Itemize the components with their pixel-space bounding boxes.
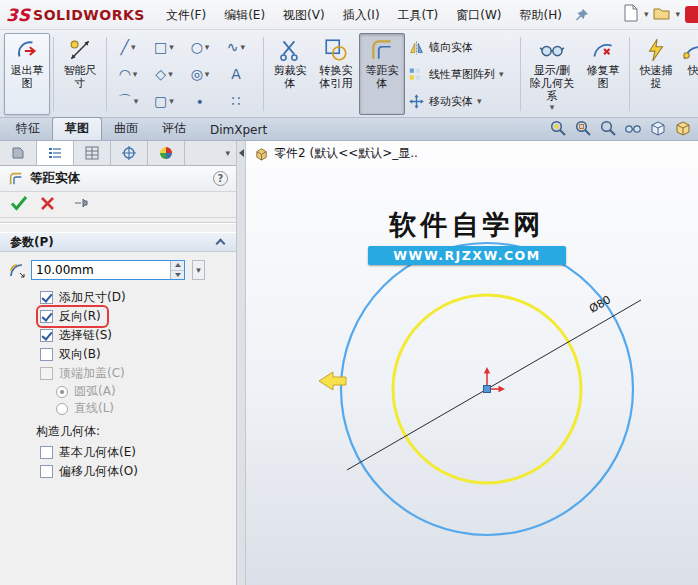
chevron-down-icon[interactable]: ▾ xyxy=(168,70,173,79)
pm-tab-configuration-manager[interactable] xyxy=(74,141,111,165)
spline-tool[interactable]: ∿▾ xyxy=(218,34,254,61)
checkbox-select-chain[interactable]: 选择链(S) xyxy=(38,326,118,345)
menu-insert[interactable]: 插入(I) xyxy=(334,0,389,30)
chevron-down-icon[interactable]: ▾ xyxy=(131,43,136,52)
menu-help[interactable]: 帮助(H) xyxy=(511,0,571,30)
tab-evaluate[interactable]: 评估 xyxy=(150,118,198,140)
logo-text: SOLIDWORKS xyxy=(33,7,145,23)
chevron-down-icon[interactable]: ▾ xyxy=(477,97,482,106)
center-point-handle[interactable] xyxy=(484,386,491,393)
chevron-down-icon[interactable]: ▾ xyxy=(675,10,680,19)
zoom-fit-icon[interactable] xyxy=(549,119,567,137)
bidirectional-checkbox[interactable] xyxy=(40,348,53,361)
pm-tab-display-manager[interactable] xyxy=(148,141,185,165)
tab-surfaces[interactable]: 曲面 xyxy=(102,118,150,140)
offset-geometry-checkbox[interactable] xyxy=(40,465,53,478)
offset-distance-input[interactable] xyxy=(32,261,170,279)
spinner-down-button[interactable] xyxy=(171,270,184,280)
slot-tool[interactable]: ▢▾ xyxy=(146,88,182,115)
pattern-tool[interactable]: ∷ xyxy=(218,88,254,115)
chevron-down-icon[interactable]: ▾ xyxy=(644,10,649,19)
diameter-dimension[interactable]: Ø80 xyxy=(587,293,613,316)
ribbon-separator xyxy=(106,37,107,111)
fillet-tool[interactable]: ⌒▾ xyxy=(110,88,146,115)
checkbox-reverse[interactable]: 反向(R) xyxy=(38,307,107,326)
add-dimensions-checkbox[interactable] xyxy=(40,291,53,304)
panel-splitter[interactable] xyxy=(237,141,246,585)
text-tool[interactable]: A xyxy=(218,61,254,88)
chevron-down-icon[interactable]: ▾ xyxy=(205,70,210,79)
chevron-down-icon[interactable]: ▾ xyxy=(169,43,174,52)
select-chain-checkbox[interactable] xyxy=(40,329,53,342)
checkbox-base-geometry[interactable]: 基本几何体(E) xyxy=(38,443,142,462)
rectangle-tool[interactable]: □▾ xyxy=(146,34,182,61)
convert-entities-button[interactable]: 转换实体引用 xyxy=(313,33,359,115)
base-geometry-checkbox[interactable] xyxy=(40,446,53,459)
chevron-down-icon[interactable]: ▾ xyxy=(169,97,174,106)
pm-tab-dimxpert-manager[interactable] xyxy=(111,141,148,165)
reverse-checkbox[interactable] xyxy=(40,310,53,323)
zoom-area-icon[interactable] xyxy=(574,119,592,137)
chevron-down-icon[interactable]: ▾ xyxy=(133,70,138,79)
chevron-down-icon[interactable]: ▾ xyxy=(134,97,139,106)
quick-snaps-icon xyxy=(643,37,669,63)
mirror-entities-button[interactable]: 镜向实体 xyxy=(405,35,517,60)
open-document-icon[interactable] xyxy=(653,5,670,24)
view-orientation-icon[interactable] xyxy=(674,119,692,137)
tab-features[interactable]: 特征 xyxy=(4,118,52,140)
ok-button[interactable] xyxy=(10,195,28,214)
polygon-tool[interactable]: ◇▾ xyxy=(146,61,182,88)
distance-input-wrap xyxy=(31,260,185,280)
linear-sketch-pattern-button[interactable]: 线性草图阵列 ▾ xyxy=(405,62,517,87)
pm-tab-feature-manager[interactable] xyxy=(0,141,37,165)
ellipse-tool[interactable]: ◎▾ xyxy=(182,61,218,88)
chevron-down-icon[interactable]: ▾ xyxy=(241,43,246,52)
new-document-icon[interactable] xyxy=(623,4,639,25)
arc-tool[interactable]: ◠▾ xyxy=(110,61,146,88)
centerline[interactable] xyxy=(347,300,641,470)
menu-window[interactable]: 窗口(W) xyxy=(447,0,510,30)
manager-tab-overflow[interactable]: ▾ xyxy=(219,141,236,165)
menu-tools[interactable]: 工具(T) xyxy=(389,0,448,30)
smart-dimension-button[interactable]: 智能尺寸 xyxy=(57,33,103,115)
display-delete-relations-button[interactable]: 显示/删除几何关系 ▾ xyxy=(524,33,580,115)
tab-dimxpert[interactable]: DimXpert xyxy=(198,121,279,140)
quick-snaps-button[interactable]: 快速捕捉 xyxy=(633,33,679,115)
repair-sketch-button[interactable]: 修复草图 xyxy=(580,33,626,115)
chevron-down-icon[interactable]: ▾ xyxy=(499,70,504,79)
checkbox-bidirectional[interactable]: 双向(B) xyxy=(38,345,107,364)
cancel-button[interactable] xyxy=(40,196,55,214)
menu-file[interactable]: 文件(F) xyxy=(157,0,215,30)
red-logo-icon[interactable] xyxy=(685,6,698,23)
distance-dropdown-button[interactable]: ▾ xyxy=(192,260,205,280)
menu-view[interactable]: 视图(V) xyxy=(274,0,334,30)
tab-sketch[interactable]: 草图 xyxy=(52,117,102,140)
chevron-up-icon[interactable] xyxy=(216,239,226,249)
menu-edit[interactable]: 编辑(E) xyxy=(215,0,274,30)
parameters-group-header[interactable]: 参数(P) xyxy=(0,232,236,252)
magnifier-icon[interactable] xyxy=(599,119,617,137)
checkbox-add-dimensions[interactable]: 添加尺寸(D) xyxy=(38,288,132,307)
chevron-down-icon[interactable]: ▾ xyxy=(550,103,555,112)
graphics-viewport[interactable]: Ø80 零件2 (默认<<默认>_显.. 软件自学网 WWW.RJZXW.COM xyxy=(246,141,698,585)
line-tool[interactable]: ╱▾ xyxy=(110,34,146,61)
checkbox-offset-geometry[interactable]: 偏移几何体(O) xyxy=(38,462,144,481)
feature-tree-item[interactable]: 零件2 (默认<<默认>_显.. xyxy=(254,145,418,162)
trim-entities-button[interactable]: 剪裁实体 xyxy=(267,33,313,115)
circle-tool[interactable]: ○▾ xyxy=(182,34,218,61)
exit-sketch-button[interactable]: 退出草图 xyxy=(4,33,50,115)
keep-visible-pin-button[interactable] xyxy=(73,196,89,214)
spinner-up-button[interactable] xyxy=(171,261,184,270)
section-view-icon[interactable] xyxy=(649,119,667,137)
pm-tab-property-manager[interactable] xyxy=(37,141,74,165)
command-manager-tabs: 特征 草图 曲面 评估 DimXpert xyxy=(0,118,698,141)
offset-entities-button[interactable]: 等距实体 xyxy=(359,33,405,115)
point-tool[interactable]: ∙ xyxy=(182,88,218,115)
move-entities-button[interactable]: 移动实体 ▾ xyxy=(405,89,517,114)
collapse-panel-arrow-icon[interactable] xyxy=(239,149,244,157)
clipped-ribbon-button[interactable]: 快 xyxy=(679,33,698,115)
glasses-icon[interactable] xyxy=(624,119,642,137)
help-button[interactable]: ? xyxy=(213,171,228,186)
pin-menu-icon[interactable] xyxy=(575,8,589,22)
chevron-down-icon[interactable]: ▾ xyxy=(205,43,210,52)
